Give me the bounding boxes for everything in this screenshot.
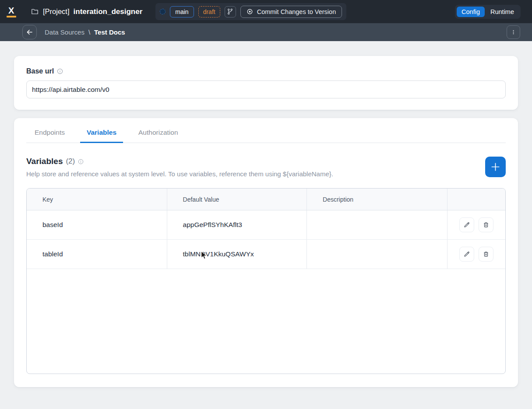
trash-icon bbox=[483, 251, 490, 258]
base-url-label: Base url bbox=[26, 67, 54, 75]
back-button[interactable] bbox=[22, 25, 37, 39]
tab-authorization[interactable]: Authorization bbox=[132, 118, 184, 143]
commit-changes-button[interactable]: Commit Changes to Version bbox=[240, 6, 342, 18]
project-name: interation_designer bbox=[74, 7, 143, 16]
breadcrumb-parent[interactable]: Data Sources bbox=[45, 28, 85, 36]
cell-key: baseId bbox=[27, 210, 167, 239]
cell-default-value: appGePflSYhKAflt3 bbox=[167, 210, 307, 239]
trash-icon bbox=[483, 221, 490, 228]
logo-underline-bar bbox=[7, 16, 16, 17]
cell-description bbox=[307, 210, 447, 239]
cell-actions bbox=[447, 240, 505, 269]
cell-actions bbox=[447, 210, 505, 239]
cell-description bbox=[307, 240, 447, 269]
variables-card: Endpoints Variables Authorization Variab… bbox=[14, 118, 518, 387]
runtime-toggle-button[interactable]: Runtime bbox=[486, 7, 519, 17]
table-row: baseId appGePflSYhKAflt3 bbox=[27, 210, 505, 240]
top-header: X [Project] interation_designer main dra… bbox=[0, 0, 532, 23]
info-icon[interactable] bbox=[78, 159, 84, 164]
column-header-description: Description bbox=[307, 189, 447, 210]
kebab-menu-icon bbox=[511, 29, 516, 35]
variables-table: Key Default Value Description baseId app… bbox=[26, 188, 506, 374]
table-header-row: Key Default Value Description bbox=[27, 189, 505, 210]
pencil-icon bbox=[463, 251, 470, 258]
tab-variables[interactable]: Variables bbox=[80, 118, 123, 143]
mode-toggle: Config Runtime bbox=[455, 5, 521, 19]
git-branch-button[interactable] bbox=[225, 6, 236, 17]
add-variable-button[interactable] bbox=[485, 157, 506, 177]
tab-endpoints[interactable]: Endpoints bbox=[28, 118, 71, 143]
breadcrumb-bar: Data Sources \ Test Docs bbox=[0, 23, 532, 41]
git-branch-icon bbox=[227, 8, 233, 15]
branch-main-button[interactable]: main bbox=[170, 6, 194, 17]
commit-button-label: Commit Changes to Version bbox=[257, 8, 336, 15]
variables-subtitle: Help store and reference values at syste… bbox=[26, 170, 333, 178]
delete-row-button[interactable] bbox=[479, 217, 493, 232]
table-row: tableId tblMNDV1KkuQSAWYx bbox=[27, 240, 505, 269]
tab-bar: Endpoints Variables Authorization bbox=[26, 118, 506, 143]
main-content: Base url Endpoints Variables Authorizati… bbox=[0, 41, 532, 387]
base-url-card: Base url bbox=[14, 56, 518, 110]
breadcrumb-separator: \ bbox=[88, 28, 90, 36]
plus-icon bbox=[490, 162, 500, 172]
back-arrow-icon bbox=[25, 28, 34, 36]
pencil-icon bbox=[463, 221, 470, 228]
cell-default-value: tblMNDV1KkuQSAWYx bbox=[167, 240, 307, 269]
project-title: [Project] interation_designer bbox=[31, 7, 142, 16]
variables-title: Variables bbox=[26, 157, 63, 166]
folder-icon bbox=[31, 7, 39, 16]
cell-key: tableId bbox=[27, 240, 167, 269]
config-toggle-button[interactable]: Config bbox=[457, 7, 485, 17]
column-header-key: Key bbox=[27, 189, 167, 210]
edit-row-button[interactable] bbox=[459, 217, 474, 232]
commit-target-icon bbox=[247, 8, 253, 15]
status-dashed-circle-icon bbox=[160, 9, 166, 14]
page-menu-button[interactable] bbox=[507, 25, 520, 39]
delete-row-button[interactable] bbox=[479, 247, 493, 262]
column-header-default-value: Default Value bbox=[167, 189, 307, 210]
base-url-input[interactable] bbox=[26, 80, 506, 98]
logo-text: X bbox=[8, 6, 14, 15]
project-prefix: [Project] bbox=[43, 7, 70, 16]
breadcrumb-current: Test Docs bbox=[94, 28, 125, 36]
table-empty-area bbox=[27, 269, 505, 374]
info-icon[interactable] bbox=[57, 68, 63, 74]
breadcrumb: Data Sources \ Test Docs bbox=[45, 28, 125, 36]
column-header-actions bbox=[447, 189, 505, 210]
app-logo[interactable]: X bbox=[6, 6, 17, 17]
app-root: { "header": { "logo_text": "X", "project… bbox=[0, 0, 532, 409]
variables-count-badge: (2) bbox=[66, 157, 75, 166]
edit-row-button[interactable] bbox=[459, 247, 474, 262]
version-controls: main draft Commit Changes to Version bbox=[155, 3, 346, 20]
variables-header: Variables (2) Help store and reference v… bbox=[26, 157, 506, 178]
draft-badge[interactable]: draft bbox=[198, 6, 220, 17]
